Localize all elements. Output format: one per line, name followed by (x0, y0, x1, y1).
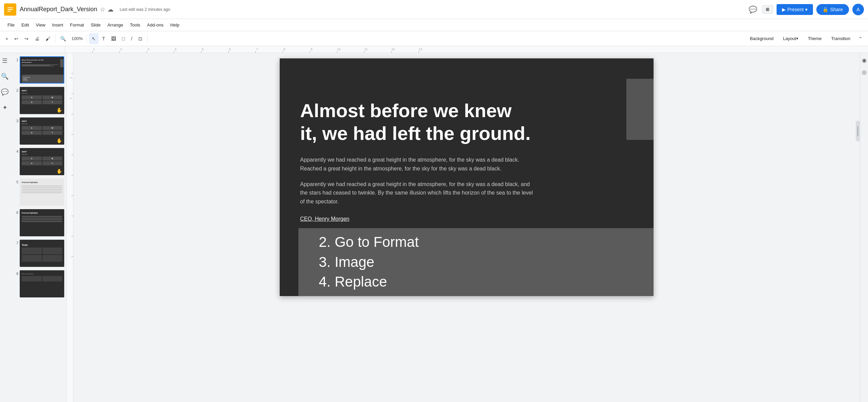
slide-item-6[interactable]: 6 Financial Highlights (11, 208, 65, 237)
right-panel-icon-2[interactable]: ◎ (861, 68, 868, 77)
overlay-line-1: 2. Go to Format (319, 232, 654, 252)
app-icon[interactable] (4, 3, 16, 16)
top-bar: AnnualReport_Dark_Version ☆ ☁ Last edit … (0, 0, 868, 19)
zoom-display[interactable]: 100% (69, 33, 85, 44)
menu-addons[interactable]: Add-ons (144, 21, 167, 29)
slide-content-area: Almost before we knew it, we had left th… (280, 58, 654, 242)
main-slide[interactable]: Almost before we knew it, we had left th… (280, 58, 654, 296)
slide-item-1[interactable]: 1 Almost before we knew it, we had left … (11, 56, 65, 84)
comments-sidebar-icon[interactable]: 💬 (0, 87, 10, 97)
select-tool[interactable]: ↖ (89, 33, 99, 44)
menu-insert[interactable]: Insert (49, 21, 67, 29)
print-button[interactable]: 🖨 (32, 33, 42, 44)
layout-dropdown-arrow: ▾ (796, 36, 798, 41)
user-avatar[interactable]: A (852, 4, 864, 15)
menu-arrange[interactable]: Arrange (104, 21, 126, 29)
top-right-actions: 💬 ⊞ ▶ Present ▾ 🔒 Share A (747, 4, 864, 15)
document-title: AnnualReport_Dark_Version (20, 6, 97, 13)
left-sidebar-icons: ☰ 🔍 💬 ✦ (0, 53, 10, 402)
slide-item-5[interactable]: 5 Financial Highlights (11, 178, 65, 206)
insert-image-button[interactable]: 🖼 (108, 33, 119, 44)
undo-button[interactable]: ↩ (12, 33, 21, 44)
svg-text:1: 1 (69, 77, 73, 79)
slide-thumb-8[interactable]: Sales & Distribution (20, 270, 64, 297)
slideshow-btn[interactable]: ⊞ (762, 5, 773, 14)
svg-text:13: 13 (419, 48, 422, 51)
menu-file[interactable]: File (4, 21, 18, 29)
slide-item-3[interactable]: 3 SWOT Overview S W O T ✋ (11, 117, 65, 145)
present-button[interactable]: ▶ Present ▾ (777, 4, 813, 15)
slide-item-2[interactable]: 2 SWOT Overview S W O T ✋ (11, 86, 65, 115)
search-icon[interactable]: 🔍 (0, 71, 10, 81)
slide-number-2: 2 (12, 87, 18, 92)
slide-thumb-1[interactable]: Almost before we knew it, we had left th… (20, 56, 64, 84)
slide-number-1: 1 (12, 56, 18, 62)
right-panel-icon-1[interactable]: ◉ (861, 56, 868, 65)
svg-text:4: 4 (175, 48, 176, 51)
background-tab[interactable]: Background (746, 34, 777, 44)
slide-item-8[interactable]: 8 Sales & Distribution (11, 270, 65, 298)
comments-icon[interactable]: 💬 (747, 4, 759, 15)
slide-thumb-2[interactable]: SWOT Overview S W O T ✋ (20, 87, 64, 114)
svg-rect-1 (7, 7, 13, 8)
insert-line-button[interactable]: / (128, 33, 135, 44)
menu-slide[interactable]: Slide (87, 21, 104, 29)
slideshow-icon: ⊞ (766, 7, 769, 12)
slide-ceo-credit[interactable]: CEO, Henry Morgen (300, 216, 633, 222)
format-paint-button[interactable]: 🖌 (43, 33, 53, 44)
insert-frame-button[interactable]: ⊡ (136, 33, 145, 44)
new-slide-button[interactable]: + (3, 33, 11, 44)
animations-icon[interactable]: ✦ (1, 103, 9, 113)
slide-body-paragraph-2: Apparently we had reached a great height… (300, 180, 538, 206)
main-layout: ☰ 🔍 💬 ✦ 1 Almost before we knew it, we h… (0, 53, 868, 402)
redo-button[interactable]: ↪ (22, 33, 31, 44)
slide-number-5: 5 (12, 179, 18, 184)
present-dropdown-arrow[interactable]: ▾ (805, 7, 808, 12)
slides-panel-icon[interactable]: ☰ (1, 56, 9, 66)
toolbar: + ↩ ↪ 🖨 🖌 🔍 100% ↖ T 🖼 □ / ⊡ Background … (0, 31, 868, 46)
slide-thumb-5[interactable]: Financial Highlights (20, 179, 64, 206)
right-resize-handle[interactable] (856, 121, 860, 141)
slides-panel: 1 Almost before we knew it, we had left … (10, 53, 67, 402)
share-button[interactable]: 🔒 Share (816, 4, 849, 15)
zoom-out-button[interactable]: 🔍 (57, 33, 69, 44)
cloud-sync-icon[interactable]: ☁ (107, 6, 114, 13)
slide-item-4[interactable]: 4 SWOT Overview S W O T ✋ (11, 147, 65, 176)
menu-edit[interactable]: Edit (18, 21, 32, 29)
svg-rect-2 (7, 9, 13, 10)
divider-3 (147, 35, 147, 43)
theme-tab[interactable]: Theme (804, 34, 826, 44)
star-icon[interactable]: ☆ (100, 6, 105, 13)
menu-help[interactable]: Help (167, 21, 183, 29)
overlay-line-2: 3. Image (319, 252, 654, 272)
svg-text:7: 7 (256, 48, 258, 51)
present-icon: ▶ (782, 7, 786, 12)
slide-number-8: 8 (12, 270, 18, 276)
layout-tab[interactable]: Layout ▾ (779, 34, 802, 44)
menu-tools[interactable]: Tools (126, 21, 143, 29)
slide-bottom-overlay: 2. Go to Format 3. Image 4. Replace (298, 228, 654, 296)
slide-number-3: 3 (12, 117, 18, 123)
slide-headline: Almost before we knew it, we had left th… (300, 99, 531, 145)
slide-thumb-4[interactable]: SWOT Overview S W O T ✋ (20, 148, 64, 175)
svg-text:5: 5 (202, 48, 204, 51)
insert-text-button[interactable]: T (99, 33, 108, 44)
menu-bar: File Edit View Insert Format Slide Arran… (0, 19, 868, 31)
lock-icon: 🔒 (822, 7, 828, 12)
menu-view[interactable]: View (32, 21, 49, 29)
svg-text:6: 6 (229, 48, 231, 51)
slide-number-6: 6 (12, 209, 18, 215)
ruler-area: 1 2 3 4 5 6 7 8 9 10 11 12 13 (0, 46, 868, 53)
insert-shape-button[interactable]: □ (119, 33, 127, 44)
menu-format[interactable]: Format (67, 21, 87, 29)
divider-1 (55, 35, 55, 43)
slide-thumb-3[interactable]: SWOT Overview S W O T ✋ (20, 117, 64, 145)
toolbar-right-tabs: Background Layout ▾ Theme Transition ⌃ (746, 33, 865, 44)
collapse-toolbar-button[interactable]: ⌃ (856, 33, 865, 44)
slide-thumb-7[interactable]: Team (20, 240, 64, 267)
transition-tab[interactable]: Transition (827, 34, 854, 44)
slide-thumb-6[interactable]: Financial Highlights (20, 209, 64, 236)
slide-item-7[interactable]: 7 Team (11, 239, 65, 268)
svg-text:11: 11 (364, 48, 368, 51)
slide-number-7: 7 (12, 240, 18, 245)
